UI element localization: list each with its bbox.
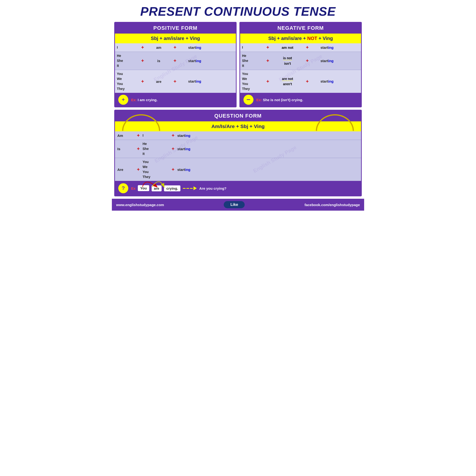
q-result: starting (177, 134, 359, 137)
question-section: QUESTION FORM Am/Is/Are + Sbj + Ving Eng… (114, 110, 362, 196)
subject-i: I (117, 45, 138, 50)
plus-sign: + (263, 79, 272, 84)
plus-sign: + (171, 79, 179, 84)
ex-label: Ex (131, 186, 136, 190)
plus-sign: + (134, 133, 143, 138)
positive-header: POSITIVE FORM (115, 23, 236, 34)
starting-text: starting (188, 46, 201, 50)
plus-sign: + (169, 146, 177, 152)
plus-sign: + (134, 146, 143, 152)
dash3 (190, 188, 193, 189)
plus-sign: + (138, 58, 147, 64)
dash1 (183, 188, 186, 189)
neg-verb-are-not: are not aren't (272, 76, 303, 87)
ing-suffix: ing (185, 147, 191, 151)
plus-sign: + (171, 58, 179, 64)
table-row: YouWeYouThey + are not aren't + starting (240, 70, 361, 93)
negative-formula: Sbj + am/is/are + NOT + Ving (240, 34, 361, 43)
positive-example-row: + Ex: I am crying. (115, 93, 236, 107)
negative-example-text: Ex: She is not (isn't) crying. (256, 98, 303, 102)
curved-arrows-svg (138, 176, 166, 188)
subject-i: I (242, 45, 263, 50)
dashed-arrow (183, 186, 197, 190)
ing-suffix: ing (196, 79, 201, 83)
q-result: starting (177, 168, 359, 171)
table-row: HeSheIt + is + starting (115, 52, 236, 70)
result-starting: starting (311, 46, 342, 50)
plus-sign: + (138, 79, 147, 84)
formula-suffix: + Ving (317, 36, 333, 41)
aux-is: Is (117, 147, 134, 151)
subject-he-she-it: HeSheIt (242, 53, 263, 68)
table-row: I + am not + starting (240, 43, 361, 52)
formula-prefix: Sbj + am/is/are + (268, 36, 307, 41)
negative-form-box: NEGATIVE FORM Sbj + am/is/are + NOT + Vi… (239, 22, 362, 107)
question-example-content: Ex You (131, 186, 358, 191)
result-starting: starting (179, 46, 210, 50)
ing-suffix: ing (328, 59, 334, 63)
result-starting: starting (179, 59, 210, 63)
are-not-text: are not (282, 77, 293, 81)
starting-text: starting (320, 79, 333, 83)
result-starting: starting (311, 79, 342, 84)
ex-label: Ex: (256, 98, 262, 102)
verb-are: are (147, 80, 171, 84)
positive-example-text: Ex: I am crying. (131, 98, 157, 102)
verb-am: am (147, 46, 171, 50)
table-row: YouWeYouThey + are + starting (115, 70, 236, 93)
starting-text: starting (177, 168, 190, 171)
main-title: PRESENT CONTINUOUS TENSE (112, 0, 364, 22)
plus-sign: + (303, 58, 311, 64)
ing-suffix: ing (185, 134, 191, 137)
footer-left: www.englishstudypage.com (116, 203, 164, 207)
starting-text: starting (320, 46, 333, 50)
result-starting: starting (311, 59, 342, 63)
subj-he-she-it: HeSheIt (143, 141, 169, 156)
q-result: starting (177, 147, 359, 151)
negative-table: English Study Page I + am not + starting… (240, 43, 361, 93)
question-table: English Study Page English Study Page Am… (115, 131, 361, 181)
ing-suffix: ing (196, 46, 201, 50)
starting-text: starting (177, 147, 190, 151)
example-sentence: I am crying. (138, 98, 157, 102)
subject-you-we-they: YouWeYouThey (242, 71, 263, 91)
plus-sign: + (134, 167, 143, 172)
minus-circle: − (243, 95, 254, 105)
question-row-is: Is + HeSheIt + starting (115, 140, 361, 158)
question-formula-text: Am/Is/Are + Sbj + Ving (211, 123, 265, 129)
plus-sign: + (169, 133, 177, 138)
ing-suffix: ing (328, 79, 334, 83)
plus-sign: + (263, 45, 272, 50)
example-word-crying: crying. (164, 186, 180, 191)
plus-circle: + (118, 95, 128, 105)
neg-verb-is-not: is not isn't (272, 55, 303, 66)
isnt-text: isn't (284, 62, 291, 66)
ing-suffix: ing (328, 46, 334, 50)
example-result: Are you crying? (199, 186, 226, 190)
question-row-am: Am + I + starting (115, 131, 361, 140)
question-circle: ? (118, 183, 128, 193)
ing-suffix: ing (185, 168, 191, 171)
starting-text: starting (188, 79, 201, 83)
verb-is: is (147, 59, 171, 63)
like-button[interactable]: Like (224, 201, 245, 208)
positive-form-box: POSITIVE FORM Sbj + am/is/are + Ving Eng… (114, 22, 237, 107)
curved-arrow-area: You (138, 186, 149, 190)
question-formula: Am/Is/Are + Sbj + Ving (115, 121, 361, 131)
arrow-head (193, 186, 197, 190)
starting-text: starting (177, 134, 190, 137)
table-row: HeSheIt + is not isn't + starting (240, 52, 361, 70)
ing-suffix: ing (196, 59, 201, 63)
ex-label: Ex: (131, 98, 136, 102)
plus-sign: + (303, 79, 311, 84)
table-row: I + am + starting (115, 43, 236, 52)
positive-formula: Sbj + am/is/are + Ving (115, 34, 236, 43)
subj-i: I (143, 133, 169, 138)
example-sentence: She is not (isn't) crying. (263, 98, 303, 102)
neg-verb-am-not: am not (272, 46, 303, 50)
footer: www.englishstudypage.com Like facebook.c… (112, 199, 364, 211)
subject-he-she-it: HeSheIt (117, 53, 138, 68)
starting-text: starting (320, 59, 333, 63)
positive-table: English Study Page I + am + starting HeS… (115, 43, 236, 93)
negative-header: NEGATIVE FORM (240, 23, 361, 34)
